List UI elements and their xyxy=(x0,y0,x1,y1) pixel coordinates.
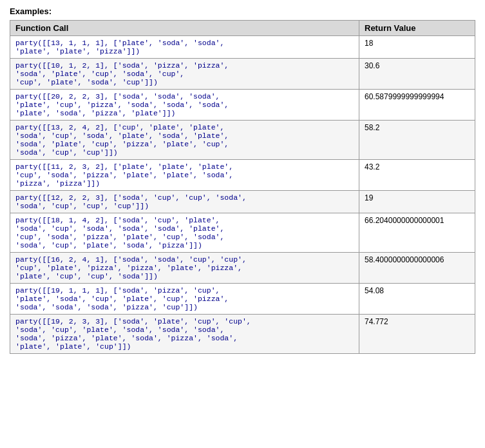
table-row: party([[10, 1, 2, 1], ['soda', 'pizza', … xyxy=(10,59,475,90)
return-value-cell: 58.4000000000000006 xyxy=(359,253,475,284)
return-value-cell: 74.772 xyxy=(359,315,475,354)
function-call-cell: party([[13, 1, 1, 1], ['plate', 'soda', … xyxy=(10,36,359,59)
return-value-cell: 60.5879999999999994 xyxy=(359,90,475,121)
function-call-cell: party([[19, 2, 3, 3], ['soda', 'plate', … xyxy=(10,315,359,354)
table-row: party([[13, 2, 4, 2], ['cup', 'plate', '… xyxy=(10,121,475,160)
return-value-header: Return Value xyxy=(359,21,475,36)
table-row: party([[19, 2, 3, 3], ['soda', 'plate', … xyxy=(10,315,475,354)
function-call-cell: party([[10, 1, 2, 1], ['soda', 'pizza', … xyxy=(10,59,359,90)
table-row: party([[11, 2, 3, 2], ['plate', 'plate',… xyxy=(10,160,475,191)
function-call-cell: party([[12, 2, 2, 3], ['soda', 'cup', 'c… xyxy=(10,191,359,213)
function-call-cell: party([[20, 2, 2, 3], ['soda', 'soda', '… xyxy=(10,90,359,121)
function-call-header: Function Call xyxy=(10,21,359,36)
function-call-cell: party([[16, 2, 4, 1], ['soda', 'soda', '… xyxy=(10,253,359,284)
return-value-cell: 18 xyxy=(359,36,475,59)
table-row: party([[19, 1, 1, 1], ['soda', 'pizza', … xyxy=(10,284,475,315)
table-row: party([[12, 2, 2, 3], ['soda', 'cup', 'c… xyxy=(10,191,475,213)
examples-table: Function Call Return Value party([[13, 1… xyxy=(10,20,475,354)
function-call-cell: party([[18, 1, 4, 2], ['soda', 'cup', 'p… xyxy=(10,213,359,253)
table-row: party([[18, 1, 4, 2], ['soda', 'cup', 'p… xyxy=(10,213,475,253)
return-value-cell: 66.2040000000000001 xyxy=(359,213,475,253)
return-value-cell: 58.2 xyxy=(359,121,475,160)
function-call-cell: party([[11, 2, 3, 2], ['plate', 'plate',… xyxy=(10,160,359,191)
table-row: party([[20, 2, 2, 3], ['soda', 'soda', '… xyxy=(10,90,475,121)
return-value-cell: 19 xyxy=(359,191,475,213)
function-call-cell: party([[13, 2, 4, 2], ['cup', 'plate', '… xyxy=(10,121,359,160)
return-value-cell: 30.6 xyxy=(359,59,475,90)
examples-title: Examples: xyxy=(10,6,475,16)
return-value-cell: 54.08 xyxy=(359,284,475,315)
return-value-cell: 43.2 xyxy=(359,160,475,191)
table-row: party([[13, 1, 1, 1], ['plate', 'soda', … xyxy=(10,36,475,59)
function-call-cell: party([[19, 1, 1, 1], ['soda', 'pizza', … xyxy=(10,284,359,315)
table-row: party([[16, 2, 4, 1], ['soda', 'soda', '… xyxy=(10,253,475,284)
